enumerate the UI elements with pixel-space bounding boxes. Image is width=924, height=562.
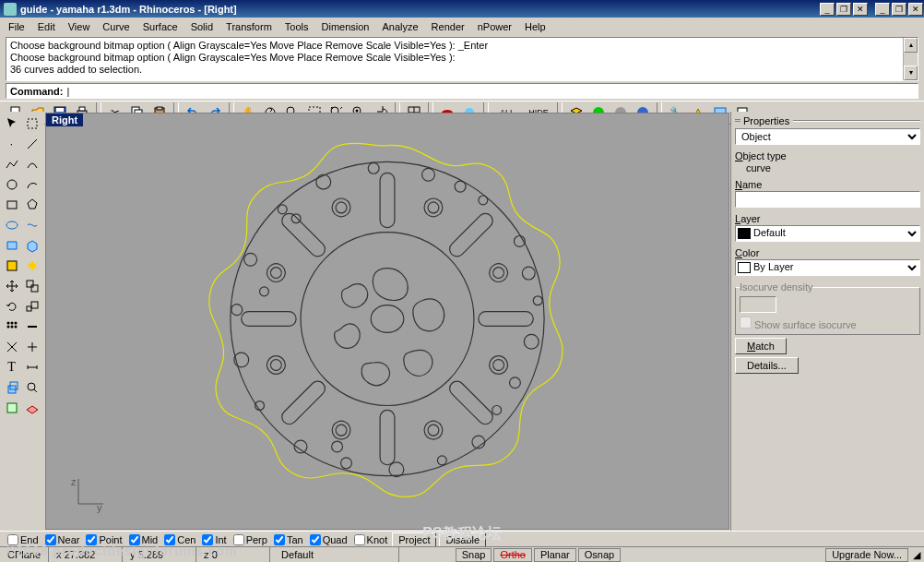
status-snap[interactable]: Snap: [456, 548, 492, 562]
trim-tool[interactable]: [2, 337, 21, 356]
line-tool[interactable]: [22, 134, 41, 153]
properties-tool[interactable]: [2, 398, 21, 417]
command-prompt: Command:: [10, 86, 63, 97]
array-tool[interactable]: [2, 317, 21, 336]
svg-point-67: [492, 266, 506, 281]
osnap-end[interactable]: End: [6, 534, 41, 545]
name-field[interactable]: [735, 191, 920, 208]
history-scrollbar[interactable]: ▴ ▾: [903, 38, 918, 80]
status-cplane[interactable]: CPlane: [0, 547, 49, 562]
menu-transform[interactable]: Transform: [219, 19, 278, 34]
menu-surface[interactable]: Surface: [136, 19, 184, 34]
layer-select[interactable]: [735, 225, 920, 242]
dimension-tool[interactable]: [22, 357, 41, 377]
restore-button[interactable]: ❐: [836, 3, 851, 16]
upgrade-now-button[interactable]: Upgrade Now...: [825, 548, 908, 562]
close-button[interactable]: ✕: [853, 3, 868, 16]
polyline-tool[interactable]: [2, 154, 21, 173]
axis-indicator: z y: [74, 472, 111, 510]
menu-analyze[interactable]: Analyze: [375, 19, 424, 34]
menu-help[interactable]: Help: [518, 19, 552, 34]
status-layer[interactable]: Default: [270, 547, 399, 562]
menu-curve[interactable]: Curve: [96, 19, 136, 34]
resize-grip-icon[interactable]: ◢: [909, 549, 924, 561]
osnap-mid[interactable]: Mid: [127, 534, 160, 545]
svg-point-40: [28, 383, 35, 390]
ellipse-tool[interactable]: [2, 215, 21, 234]
history-line: 36 curves added to selection.: [10, 64, 914, 76]
mdi-restore-button[interactable]: ❐: [892, 3, 906, 16]
solid-tool[interactable]: [22, 235, 41, 255]
freeform-tool[interactable]: [22, 215, 41, 234]
osnap-tan[interactable]: Tan: [272, 534, 305, 545]
extrude-tool[interactable]: [2, 377, 21, 397]
menu-dimension[interactable]: Dimension: [315, 19, 376, 34]
explode-tool[interactable]: [22, 256, 41, 275]
menu-render[interactable]: Render: [425, 19, 471, 34]
mdi-minimize-button[interactable]: _: [875, 3, 890, 16]
surface-tool[interactable]: [2, 235, 21, 255]
object-type-value: curve: [735, 162, 920, 173]
curve-tool[interactable]: [22, 154, 41, 173]
lasso-tool[interactable]: [22, 114, 41, 133]
osnap-project-button[interactable]: Project: [392, 532, 436, 547]
command-line[interactable]: Command: |: [6, 83, 918, 99]
properties-selector[interactable]: Object: [735, 128, 920, 145]
menu-edit[interactable]: Edit: [31, 19, 62, 34]
rotate-tool[interactable]: [2, 296, 21, 316]
copy-tool[interactable]: [22, 276, 41, 295]
osnap-near[interactable]: Near: [43, 534, 82, 545]
text-tool[interactable]: T: [2, 357, 21, 377]
svg-point-55: [269, 358, 284, 373]
analyze-tool[interactable]: [22, 377, 41, 397]
pointer-tool[interactable]: [2, 114, 21, 133]
svg-point-88: [492, 405, 502, 414]
osnap-disable-button[interactable]: Disable: [439, 532, 486, 547]
menu-npower[interactable]: nPower: [471, 19, 518, 34]
osnap-quad[interactable]: Quad: [308, 534, 349, 545]
rectangle-tool[interactable]: [2, 195, 21, 214]
svg-point-32: [6, 321, 9, 324]
details-button[interactable]: Details...: [735, 357, 799, 374]
minimize-button[interactable]: _: [820, 3, 835, 16]
split-tool[interactable]: [22, 337, 41, 356]
mesh-tool[interactable]: [2, 256, 21, 275]
color-select[interactable]: [735, 259, 920, 276]
svg-point-52: [334, 423, 349, 437]
svg-rect-29: [31, 285, 38, 292]
menu-view[interactable]: View: [62, 19, 97, 34]
svg-point-74: [437, 456, 446, 465]
status-ortho[interactable]: Ortho: [493, 548, 532, 562]
command-history[interactable]: Choose background bitmap option ( Align …: [6, 37, 918, 81]
svg-point-85: [422, 168, 435, 181]
osnap-cen[interactable]: Cen: [162, 534, 197, 545]
status-y: y 5.289: [123, 547, 196, 562]
scroll-up-icon[interactable]: ▴: [904, 38, 918, 53]
arc-tool[interactable]: [22, 174, 41, 194]
svg-point-63: [421, 196, 445, 220]
osnap-point[interactable]: Point: [84, 534, 124, 545]
polygon-tool[interactable]: [22, 195, 41, 214]
menu-solid[interactable]: Solid: [184, 19, 219, 34]
status-planar[interactable]: Planar: [534, 548, 576, 562]
mdi-close-button[interactable]: ✕: [908, 3, 923, 16]
circle-tool[interactable]: [2, 174, 21, 194]
match-button[interactable]: Match: [735, 338, 787, 354]
svg-point-64: [426, 200, 441, 215]
point-tool[interactable]: ·: [2, 134, 21, 153]
svg-rect-53: [279, 378, 328, 427]
osnap-perp[interactable]: Perp: [231, 534, 269, 545]
join-tool[interactable]: [22, 317, 41, 336]
status-osnap[interactable]: Osnap: [578, 548, 621, 562]
menu-file[interactable]: File: [2, 19, 31, 34]
osnap-int[interactable]: Int: [200, 534, 228, 545]
svg-point-46: [492, 358, 506, 373]
osnap-knot[interactable]: Knot: [352, 534, 390, 545]
move-tool[interactable]: [2, 276, 21, 295]
viewport-right[interactable]: Right: [45, 113, 729, 530]
scroll-down-icon[interactable]: ▾: [904, 66, 918, 80]
scale-tool[interactable]: [22, 296, 41, 316]
svg-point-36: [10, 325, 13, 328]
menu-tools[interactable]: Tools: [278, 19, 315, 34]
cplane-tool[interactable]: [22, 398, 41, 417]
